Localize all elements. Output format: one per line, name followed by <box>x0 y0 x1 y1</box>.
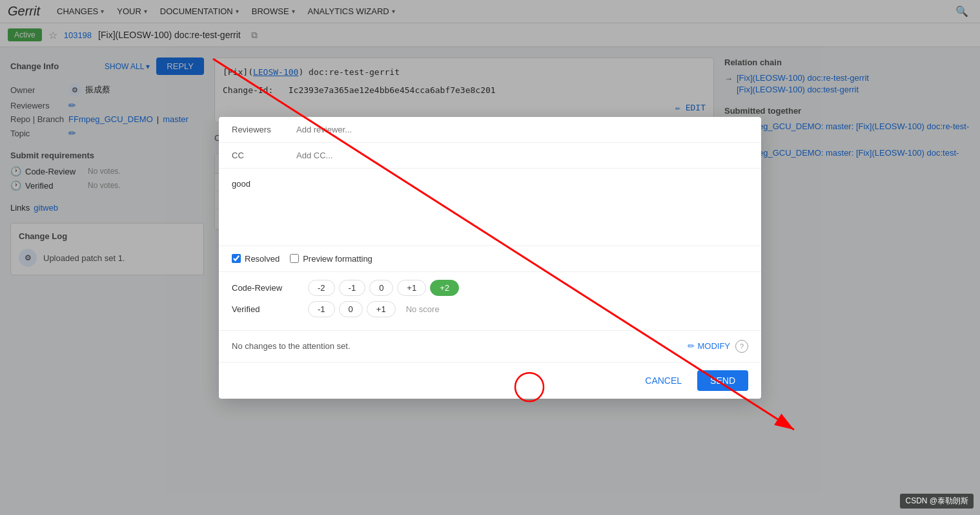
modal-labels-row: Code-Review -2 -1 0 +1 +2 Verified -1 0 … <box>219 272 761 331</box>
cc-input[interactable] <box>296 151 748 160</box>
reviewers-input[interactable] <box>296 125 748 134</box>
v-score-plus1[interactable]: +1 <box>367 301 396 317</box>
modify-link[interactable]: ✏ MODIFY <box>688 341 730 351</box>
modal-reviewers-row: Reviewers <box>219 117 761 143</box>
code-review-score-btns: -2 -1 0 +1 +2 <box>308 280 459 296</box>
verified-label-row: Verified -1 0 +1 No score <box>232 301 748 317</box>
cr-score-minus2[interactable]: -2 <box>308 280 335 296</box>
reply-modal: Reviewers CC good Resolved Preview forma… <box>219 117 761 399</box>
preview-checkbox-label[interactable]: Preview formatting <box>290 254 373 264</box>
attention-text: No changes to the attention set. <box>232 341 682 351</box>
verified-score-btns: -1 0 +1 <box>308 301 396 317</box>
help-icon[interactable]: ? <box>735 340 748 353</box>
resolved-checkbox-label[interactable]: Resolved <box>232 254 280 264</box>
cr-score-minus1[interactable]: -1 <box>339 280 366 296</box>
modal-options-row: Resolved Preview formatting <box>219 246 761 272</box>
modal-footer: CANCEL SEND <box>219 363 761 399</box>
watermark: CSDN @泰勒朗斯 <box>900 494 974 498</box>
preview-checkbox[interactable] <box>290 254 299 263</box>
cr-score-plus1[interactable]: +1 <box>397 280 426 296</box>
edit-modify-icon: ✏ <box>688 341 695 351</box>
cancel-button[interactable]: CANCEL <box>637 372 689 390</box>
cr-score-plus2[interactable]: +2 <box>430 280 459 296</box>
v-score-0[interactable]: 0 <box>339 301 363 317</box>
v-score-minus1[interactable]: -1 <box>308 301 335 317</box>
modal-message-area[interactable]: good <box>219 169 761 246</box>
cr-score-0[interactable]: 0 <box>369 280 393 296</box>
modal-cc-row: CC <box>219 143 761 169</box>
modal-attention-row: No changes to the attention set. ✏ MODIF… <box>219 331 761 363</box>
send-button[interactable]: SEND <box>697 370 748 391</box>
resolved-checkbox[interactable] <box>232 254 241 263</box>
no-score-label: No score <box>406 304 440 314</box>
modal-overlay[interactable]: Reviewers CC good Resolved Preview forma… <box>0 0 980 498</box>
code-review-label-row: Code-Review -2 -1 0 +1 +2 <box>232 280 748 296</box>
